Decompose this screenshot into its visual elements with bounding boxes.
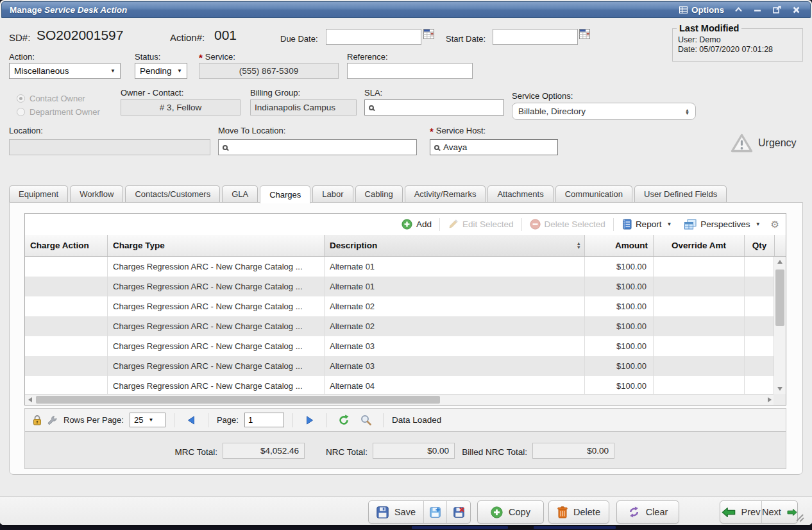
calendar-icon (579, 29, 590, 39)
perspectives-dropdown-button[interactable]: Perspectives ▼ (679, 219, 765, 230)
reference-input[interactable] (347, 63, 473, 79)
pencil-icon (448, 219, 459, 230)
dialog-title: Manage Service Desk Action (10, 5, 127, 15)
close-button[interactable] (791, 5, 801, 14)
cell-charge-type: Charges Regression ARC - New Charge Cata… (108, 257, 325, 277)
popout-icon (773, 6, 781, 13)
vertical-scrollbar-thumb[interactable] (775, 269, 784, 326)
copy-button[interactable]: Copy (477, 500, 544, 524)
previous-page-button[interactable] (183, 413, 199, 428)
department-owner-radio[interactable]: Department Owner (17, 107, 100, 117)
table-row[interactable]: Charges Regression ARC - New Charge Cata… (25, 257, 775, 277)
save-button[interactable]: Save (369, 501, 423, 523)
minimize-button[interactable] (752, 5, 763, 14)
window-resize-handle[interactable] (795, 513, 804, 522)
table-row[interactable]: Charges Regression ARC - New Charge Cata… (25, 277, 775, 296)
horizontal-scrollbar[interactable] (25, 394, 775, 405)
tab-cabling[interactable]: Cabling (355, 185, 403, 202)
refresh-icon (338, 415, 350, 426)
column-header-qty[interactable]: Qty (745, 235, 775, 256)
column-header-charge-type[interactable]: Charge Type (108, 235, 325, 256)
scroll-down-arrow[interactable] (774, 384, 786, 394)
cell-qty (745, 257, 775, 277)
rows-per-page-label: Rows Per Page: (63, 415, 124, 425)
save-and-new-button[interactable] (423, 501, 447, 523)
prev-button[interactable]: Prev (720, 501, 761, 523)
trash-icon (557, 506, 568, 518)
tab-activity-remarks[interactable]: Activity/Remarks (405, 185, 486, 202)
page-number-input[interactable] (244, 413, 284, 427)
service-host-search-input[interactable]: Avaya (430, 139, 558, 155)
background-link-fragment (534, 526, 616, 529)
refresh-button[interactable] (335, 413, 352, 428)
tab-communication[interactable]: Communication (555, 185, 632, 202)
separator (326, 413, 327, 427)
next-button[interactable]: Next (761, 501, 797, 523)
column-header-override-amt[interactable]: Override Amt (654, 235, 745, 256)
action-select[interactable]: Miscellaneous ▼ (9, 63, 121, 79)
search-icon (369, 105, 374, 110)
start-date-input[interactable] (493, 29, 578, 45)
tab-equipment[interactable]: Equipment (9, 185, 68, 202)
column-header-amount[interactable]: Amount (585, 235, 654, 256)
options-button[interactable]: Options (679, 5, 724, 15)
edit-selected-button[interactable]: Edit Selected (443, 219, 519, 230)
cell-description: Alternate 01 (325, 277, 585, 296)
tab-gla[interactable]: GLA (222, 185, 258, 202)
cell-charge-action (25, 277, 108, 296)
table-row[interactable]: Charges Regression ARC - New Charge Cata… (25, 356, 775, 376)
tab-attachments[interactable]: Attachments (487, 185, 553, 202)
cell-qty (745, 356, 775, 376)
scroll-up-arrow[interactable] (774, 257, 786, 267)
chevron-down-icon: ▼ (110, 68, 115, 74)
wrench-icon[interactable] (47, 415, 58, 425)
service-options-select[interactable]: Billable, Directory ▲▼ (512, 103, 696, 120)
next-page-button[interactable] (301, 413, 318, 428)
location-field (9, 139, 210, 155)
collapse-button[interactable] (733, 5, 743, 14)
clear-button[interactable]: Clear (616, 500, 679, 524)
search-grid-button[interactable] (358, 413, 375, 428)
tab-user-defined-fields[interactable]: User Defined Fields (634, 185, 727, 202)
save-and-close-button[interactable] (446, 501, 470, 523)
separator (208, 413, 208, 427)
table-row[interactable]: Charges Regression ARC - New Charge Cata… (25, 376, 775, 394)
delete-button[interactable]: Delete (548, 500, 609, 524)
column-header-charge-action[interactable]: Charge Action (25, 235, 108, 256)
add-button[interactable]: Add (396, 219, 437, 230)
action-number-value: 001 (214, 28, 237, 43)
cell-charge-action (25, 257, 108, 277)
table-row[interactable]: Charges Regression ARC - New Charge Cata… (25, 316, 775, 336)
chevron-up-icon (735, 7, 742, 12)
last-modified-date: Date: 05/07/2020 07:01:28 (678, 45, 797, 54)
status-select[interactable]: Pending ▼ (135, 63, 187, 79)
cell-qty (745, 277, 775, 296)
scroll-left-arrow[interactable] (25, 395, 35, 405)
page-prev-icon (187, 416, 195, 425)
popout-button[interactable] (772, 5, 782, 14)
move-to-location-search-input[interactable] (218, 139, 417, 155)
cell-charge-action (25, 356, 108, 376)
due-date-input[interactable] (326, 29, 421, 45)
lock-icon[interactable] (33, 415, 42, 425)
rows-per-page-select[interactable]: 25 ▼ (130, 413, 165, 427)
column-header-description[interactable]: Description ▲▼ (325, 235, 585, 256)
gear-icon: ⚙ (771, 219, 779, 230)
contact-owner-radio[interactable]: Contact Owner (17, 94, 85, 103)
delete-selected-button[interactable]: Delete Selected (525, 219, 611, 230)
grid-settings-button[interactable]: ⚙ (768, 219, 782, 230)
table-row[interactable]: Charges Regression ARC - New Charge Cata… (25, 336, 775, 356)
sla-search-input[interactable] (364, 99, 504, 115)
vertical-scrollbar[interactable] (774, 257, 786, 394)
horizontal-scrollbar-thumb[interactable] (36, 396, 440, 404)
due-date-calendar-button[interactable] (423, 29, 434, 39)
tab-labor[interactable]: Labor (312, 185, 353, 202)
tab-charges[interactable]: Charges (260, 185, 310, 203)
start-date-calendar-button[interactable] (579, 29, 590, 39)
report-dropdown-button[interactable]: Report ▼ (616, 219, 677, 230)
tab-workflow[interactable]: Workflow (70, 185, 123, 202)
service-label: *Service: (199, 51, 235, 62)
tab-contacts-customers[interactable]: Contacts/Customers (125, 185, 220, 202)
table-row[interactable]: Charges Regression ARC - New Charge Cata… (25, 296, 775, 316)
urgency-indicator[interactable]: Urgency (731, 133, 797, 153)
